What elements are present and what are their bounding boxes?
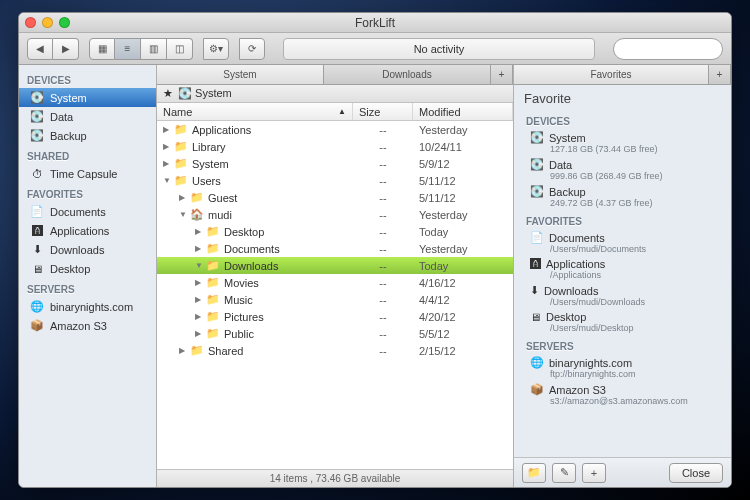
fav-item-binarynights-com[interactable]: 🌐binarynights.comftp://binarynights.com: [518, 354, 727, 381]
col-modified[interactable]: Modified: [413, 103, 513, 120]
volume-icon: 🌐: [29, 300, 45, 314]
body: DEVICES💽System💽Data💽BackupSHARED⏱Time Ca…: [19, 65, 731, 487]
disclosure-triangle-icon[interactable]: ▶: [195, 312, 203, 321]
fav-item-backup[interactable]: 💽Backup249.72 GB (4.37 GB free): [518, 183, 727, 210]
file-row[interactable]: ▶📁Guest--5/11/12: [157, 189, 513, 206]
disclosure-triangle-icon[interactable]: ▶: [163, 125, 171, 134]
fav-sub: 249.72 GB (4.37 GB free): [530, 198, 719, 208]
fav-name: Downloads: [544, 285, 598, 297]
fav-item-applications[interactable]: 🅰Applications/Applications: [518, 256, 727, 282]
back-button[interactable]: ◀: [27, 38, 53, 60]
sidebar-item-applications[interactable]: 🅰Applications: [19, 221, 156, 240]
view-cover-button[interactable]: ◫: [167, 38, 193, 60]
file-modified: 5/5/12: [413, 328, 513, 340]
fav-icon: 📄: [530, 231, 544, 244]
disclosure-triangle-icon[interactable]: ▶: [195, 295, 203, 304]
sidebar-item-data[interactable]: 💽Data: [19, 107, 156, 126]
titlebar[interactable]: ForkLift: [19, 13, 731, 33]
fav-item-system[interactable]: 💽System127.18 GB (73.44 GB free): [518, 129, 727, 156]
disclosure-triangle-icon[interactable]: ▶: [179, 346, 187, 355]
toolbar: ◀ ▶ ▦ ≡ ▥ ◫ ⚙▾ ⟳ No activity: [19, 33, 731, 65]
file-row[interactable]: ▶📁Documents--Yesterday: [157, 240, 513, 257]
file-row[interactable]: ▼🏠mudi--Yesterday: [157, 206, 513, 223]
disclosure-triangle-icon[interactable]: ▶: [195, 329, 203, 338]
file-name: Pictures: [224, 311, 264, 323]
new-tab-button[interactable]: +: [491, 65, 513, 84]
edit-button[interactable]: ✎: [552, 463, 576, 483]
activity-label: No activity: [414, 43, 465, 55]
sidebar-item-backup[interactable]: 💽Backup: [19, 126, 156, 145]
file-size: --: [353, 192, 413, 204]
folder-icon: 📁: [174, 174, 189, 187]
file-modified: Today: [413, 226, 513, 238]
action-menu-button[interactable]: ⚙▾: [203, 38, 229, 60]
file-row[interactable]: ▶📁Public--5/5/12: [157, 325, 513, 342]
path-bar[interactable]: ★ 💽 System: [157, 85, 513, 103]
fav-item-data[interactable]: 💽Data999.86 GB (268.49 GB free): [518, 156, 727, 183]
fav-item-downloads[interactable]: ⬇Downloads/Users/mudi/Downloads: [518, 282, 727, 309]
file-row[interactable]: ▶📁Library--10/24/11: [157, 138, 513, 155]
search-input[interactable]: [613, 38, 723, 60]
file-row[interactable]: ▶📁Desktop--Today: [157, 223, 513, 240]
new-folder-button[interactable]: 📁: [522, 463, 546, 483]
disclosure-triangle-icon[interactable]: ▶: [163, 159, 171, 168]
sync-button[interactable]: ⟳: [239, 38, 265, 60]
disclosure-triangle-icon[interactable]: ▶: [195, 227, 203, 236]
file-row[interactable]: ▶📁Pictures--4/20/12: [157, 308, 513, 325]
fav-item-desktop[interactable]: 🖥Desktop/Users/mudi/Desktop: [518, 309, 727, 335]
tab-system[interactable]: System: [157, 65, 324, 84]
col-size[interactable]: Size: [353, 103, 413, 120]
add-button[interactable]: +: [582, 463, 606, 483]
disclosure-triangle-icon[interactable]: ▶: [163, 142, 171, 151]
file-modified: Yesterday: [413, 209, 513, 221]
disclosure-triangle-icon[interactable]: ▶: [179, 193, 187, 202]
folder-icon: 📁: [206, 225, 221, 238]
sidebar-item-label: Applications: [50, 225, 109, 237]
file-row[interactable]: ▶📁Movies--4/16/12: [157, 274, 513, 291]
tab-favorites[interactable]: Favorites: [514, 65, 709, 84]
fav-item-amazon-s3[interactable]: 📦Amazon S3s3://amazon@s3.amazonaws.com: [518, 381, 727, 408]
sidebar-item-documents[interactable]: 📄Documents: [19, 202, 156, 221]
sidebar-item-binarynights-com[interactable]: 🌐binarynights.com: [19, 297, 156, 316]
file-modified: 5/11/12: [413, 175, 513, 187]
file-modified: 2/15/12: [413, 345, 513, 357]
file-row[interactable]: ▶📁Applications--Yesterday: [157, 121, 513, 138]
fav-item-documents[interactable]: 📄Documents/Users/mudi/Documents: [518, 229, 727, 256]
close-button[interactable]: Close: [669, 463, 723, 483]
file-row[interactable]: ▶📁Music--4/4/12: [157, 291, 513, 308]
volume-icon: 💽: [29, 91, 45, 105]
path-segment[interactable]: ★: [163, 87, 173, 100]
disclosure-triangle-icon[interactable]: ▶: [195, 244, 203, 253]
path-segment[interactable]: 💽 System: [178, 87, 232, 100]
sidebar-item-system[interactable]: 💽System: [19, 88, 156, 107]
file-row[interactable]: ▶📁Shared--2/15/12: [157, 342, 513, 359]
disclosure-triangle-icon[interactable]: ▼: [179, 210, 187, 219]
file-name: Users: [192, 175, 221, 187]
view-column-button[interactable]: ▥: [141, 38, 167, 60]
file-size: --: [353, 124, 413, 136]
col-name[interactable]: Name ▲: [157, 103, 353, 120]
sidebar-item-amazon-s3[interactable]: 📦Amazon S3: [19, 316, 156, 335]
forward-button[interactable]: ▶: [53, 38, 79, 60]
file-list[interactable]: ▶📁Applications--Yesterday▶📁Library--10/2…: [157, 121, 513, 469]
file-row[interactable]: ▼📁Downloads--Today: [157, 257, 513, 274]
tab-downloads[interactable]: Downloads: [324, 65, 491, 84]
fav-sub: /Users/mudi/Desktop: [530, 323, 719, 333]
volume-icon: ⬇: [29, 243, 45, 257]
app-window: ForkLift ◀ ▶ ▦ ≡ ▥ ◫ ⚙▾ ⟳ No activity DE…: [18, 12, 732, 488]
view-list-button[interactable]: ≡: [115, 38, 141, 60]
fav-icon: 💽: [530, 158, 544, 171]
sidebar-item-time-capsule[interactable]: ⏱Time Capsule: [19, 164, 156, 183]
disclosure-triangle-icon[interactable]: ▼: [195, 261, 203, 270]
file-row[interactable]: ▼📁Users--5/11/12: [157, 172, 513, 189]
new-tab-button[interactable]: +: [709, 65, 731, 84]
sidebar-item-downloads[interactable]: ⬇Downloads: [19, 240, 156, 259]
fav-sub: 127.18 GB (73.44 GB free): [530, 144, 719, 154]
disclosure-triangle-icon[interactable]: ▶: [195, 278, 203, 287]
file-row[interactable]: ▶📁System--5/9/12: [157, 155, 513, 172]
view-icon-button[interactable]: ▦: [89, 38, 115, 60]
disclosure-triangle-icon[interactable]: ▼: [163, 176, 171, 185]
sidebar-item-desktop[interactable]: 🖥Desktop: [19, 259, 156, 278]
sidebar-item-label: Backup: [50, 130, 87, 142]
folder-icon: 📁: [174, 157, 189, 170]
